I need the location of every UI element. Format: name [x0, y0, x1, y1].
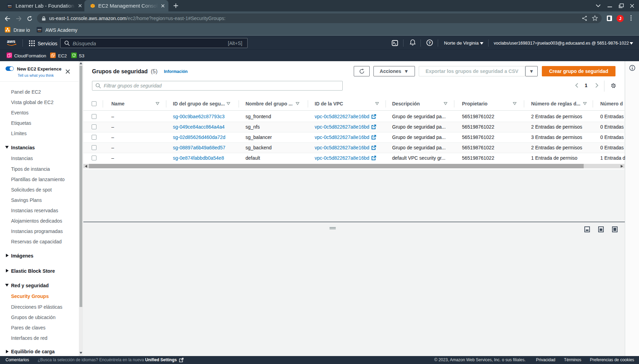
svg-text:aws: aws	[38, 28, 41, 30]
svg-text:aws: aws	[7, 39, 16, 44]
svg-text:?: ?	[428, 41, 431, 45]
svg-text:aws: aws	[8, 4, 12, 7]
